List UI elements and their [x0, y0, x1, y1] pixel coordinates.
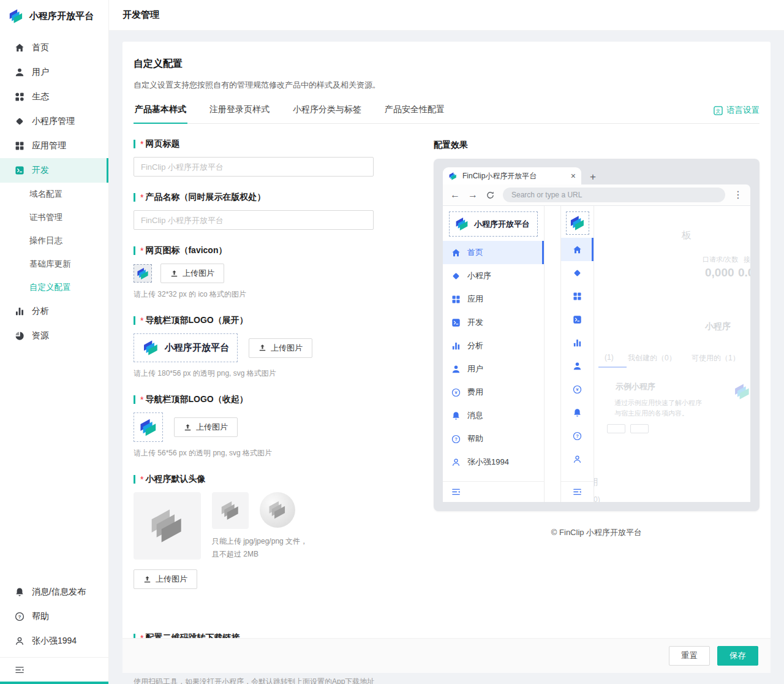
sidebar-item-help[interactable]: 帮助	[0, 604, 108, 629]
app-logo[interactable]: 小程序开放平台	[0, 0, 108, 32]
preview-item-help: 帮助	[443, 427, 544, 450]
ghost-text: 板	[682, 229, 692, 242]
person-icon	[573, 455, 582, 464]
sidebar-item-analytics[interactable]: 分析	[0, 299, 108, 324]
help-icon	[451, 435, 461, 444]
sidebar-item-ecosystem[interactable]: 生态	[0, 85, 108, 109]
user-icon	[15, 67, 24, 77]
browser-tab: FinClip小程序开放平台 ×	[443, 167, 581, 184]
diamond-icon	[15, 116, 24, 126]
ghost-text: 通过示例应用快速了解小程序	[614, 398, 702, 408]
sidebar-subitem-op-log[interactable]: 操作日志	[0, 229, 108, 253]
sidebar-subitem-base-lib-update[interactable]: 基础库更新	[0, 253, 108, 276]
page-header: 开发管理	[109, 0, 784, 31]
ghost-text: 可使用的（1）	[692, 353, 740, 363]
logo-collapsed-preview	[134, 412, 163, 442]
favicon-icon	[448, 172, 458, 181]
field-label: 导航栏顶部LOGO（收起）	[145, 394, 247, 405]
person-icon	[15, 636, 24, 646]
preview-item-miniprogram: 小程序	[443, 264, 544, 287]
form-column: *网页标题 *产品名称（同时展示在版权处） *网页图标（favicon）	[134, 139, 424, 604]
tab-miniprogram-category[interactable]: 小程序分类与标签	[292, 101, 363, 124]
sidebar-item-users[interactable]: 用户	[0, 60, 108, 85]
brand-name: 小程序开放平台	[29, 10, 94, 22]
ghost-button	[607, 424, 625, 433]
sidebar-item-miniprogram-mgmt[interactable]: 小程序管理	[0, 109, 108, 134]
home-icon	[451, 248, 461, 257]
language-settings-link[interactable]: 语言设置	[714, 105, 760, 123]
tab-product-security[interactable]: 产品安全性配置	[383, 101, 446, 124]
menu-fold-icon	[451, 487, 461, 496]
url-bar: Search or type a URL	[503, 188, 725, 202]
reset-button[interactable]: 重置	[669, 646, 710, 666]
avatar-preview-round	[260, 492, 295, 528]
browser-content: 板 口请求/次数 接 0,000 0.0 小程序 (1) 我创建的（0） 可使用…	[443, 205, 750, 502]
menu-fold-icon	[15, 665, 24, 675]
home-icon	[15, 43, 24, 53]
sidebar-item-dev[interactable]: 开发	[0, 158, 108, 183]
label-accent-bar	[134, 475, 135, 484]
ghost-text: 0.0	[738, 266, 750, 279]
field-hint: 请上传 56*56 px 的透明 png, svg 格式图片	[134, 448, 424, 458]
sidebar-subitem-domain-config[interactable]: 域名配置	[0, 183, 108, 206]
tab-product-basic-style[interactable]: 产品基本样式	[134, 101, 187, 124]
label-accent-bar	[134, 193, 135, 202]
username: 张小强1994	[32, 636, 77, 647]
preview-sidebar-expanded: 小程序开放平台 首页 小程序 应用 开发 分析 用户 费用 消息	[443, 206, 545, 502]
more-menu-icon: ⋮	[733, 190, 743, 200]
sidebar-item-label: 开发	[32, 165, 49, 176]
language-icon	[714, 106, 723, 115]
sidebar-item-messages[interactable]: 消息/信息发布	[0, 580, 108, 604]
web-title-input[interactable]	[134, 157, 374, 177]
field-web-title: *网页标题	[134, 139, 424, 177]
preview-sidebar-collapsed	[560, 206, 594, 502]
tab-bar: 产品基本样式 注册登录页样式 小程序分类与标签 产品安全性配置 语言设置	[134, 101, 760, 124]
sidebar-item-app-mgmt[interactable]: 应用管理	[0, 134, 108, 158]
refresh-icon	[486, 191, 495, 200]
yen-icon	[573, 385, 582, 394]
sidebar-collapse-button[interactable]	[0, 657, 108, 682]
logo-collapsed-upload-button[interactable]: 上传图片	[174, 417, 238, 437]
user-icon	[573, 362, 582, 371]
sidebar-accent-bar	[0, 682, 108, 684]
new-tab-icon: +	[590, 172, 596, 184]
sidebar-item-home[interactable]: 首页	[0, 36, 108, 60]
avatar-preview-large	[134, 492, 201, 560]
field-product-name: *产品名称（同时展示在版权处）	[134, 192, 424, 230]
sidebar-item-account[interactable]: 张小强1994	[0, 629, 108, 653]
logo-expanded-upload-button[interactable]: 上传图片	[249, 338, 312, 358]
ghost-text: (1)	[605, 353, 614, 362]
content-area: 自定义配置 自定义设置支持您按照自有的管理规范修改产品中的样式及相关资源。 产品…	[109, 31, 784, 684]
copyright-text: © FinClip 小程序开放平台	[434, 527, 760, 538]
browser-tab-strip: FinClip小程序开放平台 × +	[443, 165, 750, 184]
terminal-icon	[573, 315, 582, 324]
favicon-upload-button[interactable]: 上传图片	[160, 264, 224, 283]
sidebar-subitem-cert-mgmt[interactable]: 证书管理	[0, 206, 108, 229]
save-button[interactable]: 保存	[717, 646, 758, 666]
bell-icon	[15, 587, 24, 597]
upload-icon	[258, 344, 266, 352]
product-name-input[interactable]	[134, 210, 374, 230]
menu-fold-icon	[573, 487, 582, 496]
preview-item-account: 张小强1994	[443, 450, 544, 474]
apps-icon	[573, 292, 582, 301]
avatar-hint: 只能上传 jpg/jpeg/png 文件， 且不超过 2MB	[212, 535, 307, 561]
custom-config-card: 自定义配置 自定义设置支持您按照自有的管理规范修改产品中的样式及相关资源。 产品…	[123, 42, 771, 673]
field-favicon: *网页图标（favicon） 上传图片 请上传 32*32 px 的 ico 格…	[134, 245, 424, 300]
terminal-icon	[15, 165, 24, 175]
sidebar-item-label: 分析	[32, 306, 49, 317]
sidebar-item-resources[interactable]: 资源	[0, 324, 108, 348]
preview-item-users	[561, 354, 594, 378]
avatar-upload-button[interactable]: 上传图片	[134, 569, 197, 589]
brand-logo-icon	[8, 8, 24, 25]
tab-close-icon: ×	[571, 172, 576, 180]
tab-register-login-style[interactable]: 注册登录页样式	[208, 101, 271, 124]
field-hint: 使用扫码工具，如果没打开小程序，会默认跳转到上面设置的App下载地址	[134, 677, 760, 684]
preview-item-miniprogram	[561, 261, 594, 284]
ghost-logo-icon	[733, 382, 750, 401]
ghost-tab-underline	[598, 367, 627, 368]
browser-tab-title: FinClip小程序开放平台	[462, 171, 566, 181]
preview-item-dev: 开发	[443, 311, 544, 334]
sidebar-subitem-custom-config[interactable]: 自定义配置	[0, 276, 108, 299]
sidebar-item-label: 资源	[32, 330, 49, 341]
